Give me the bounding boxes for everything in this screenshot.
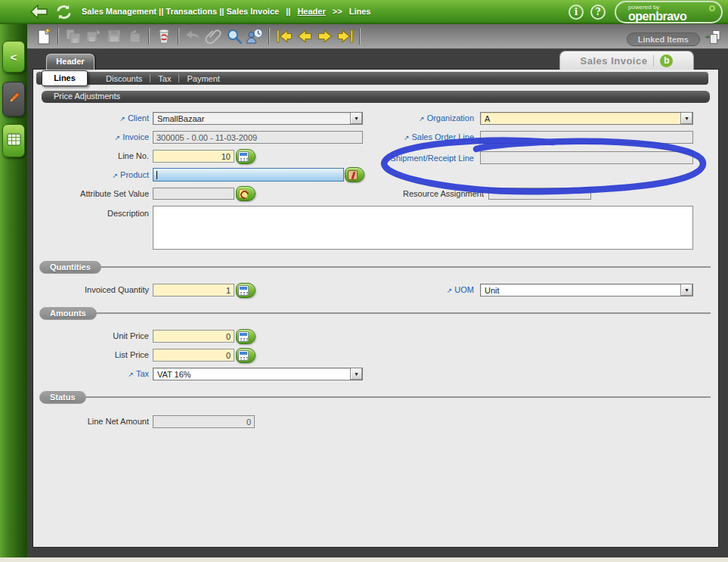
- list-price-label: List Price: [23, 350, 149, 359]
- tab-lines[interactable]: Lines: [42, 70, 88, 86]
- title-divider: [653, 55, 654, 67]
- linked-items-button[interactable]: Linked Items: [627, 33, 700, 46]
- invoice-label[interactable]: ↗Invoice: [23, 132, 149, 141]
- line-net-amount-field: 0: [153, 415, 255, 428]
- amounts-section-header: Amounts: [39, 307, 711, 321]
- previous-record-icon[interactable]: [294, 26, 314, 47]
- attachment-icon[interactable]: [203, 26, 224, 47]
- product-input[interactable]: [153, 168, 344, 182]
- toolbar-separator: [268, 28, 270, 45]
- breadcrumb: Sales Management || Transactions || Sale…: [82, 7, 375, 16]
- chevron-left-icon: <: [11, 51, 17, 64]
- calculator-icon: [238, 285, 249, 296]
- next-record-icon[interactable]: [314, 26, 335, 47]
- page-title: Sales Invoice: [581, 55, 648, 67]
- breadcrumb-path: Sales Management || Transactions || Sale…: [82, 7, 279, 16]
- toolbar: Linked Items: [27, 24, 728, 49]
- window-title-tab: Sales Invoice b: [559, 51, 694, 70]
- undo-icon[interactable]: [183, 26, 203, 47]
- audit-history-icon[interactable]: [244, 26, 265, 47]
- tab-payment[interactable]: Payment: [179, 74, 227, 83]
- save-and-new-button[interactable]: [63, 26, 83, 47]
- line-no-label: Line No.: [23, 151, 149, 160]
- invoiced-quantity-input[interactable]: 1: [153, 284, 234, 297]
- save-and-back-button[interactable]: [124, 26, 144, 47]
- link-arrow-icon: ↗: [115, 134, 121, 141]
- toolbar-separator: [178, 28, 179, 45]
- link-arrow-icon: ↗: [447, 287, 453, 294]
- grid-mode-button[interactable]: [2, 124, 25, 157]
- shipment-receipt-line-label[interactable]: ↗Shipment/Receipt Line: [318, 154, 474, 163]
- tax-label[interactable]: ↗Tax: [23, 369, 149, 378]
- info-icon[interactable]: i: [568, 5, 584, 20]
- sales-order-line-field: [480, 131, 693, 144]
- last-record-icon[interactable]: [335, 26, 355, 47]
- linked-items-icon[interactable]: [705, 29, 722, 48]
- attribute-search-button[interactable]: [236, 186, 256, 201]
- product-search-icon: [348, 170, 358, 180]
- chevron-down-icon[interactable]: [680, 113, 692, 124]
- calculator-button[interactable]: [236, 348, 256, 363]
- amounts-pill: Amounts: [39, 307, 97, 320]
- link-arrow-icon: ↗: [119, 115, 125, 123]
- unit-price-label: Unit Price: [23, 331, 149, 340]
- calculator-button[interactable]: [236, 329, 256, 344]
- header-tab[interactable]: Header: [46, 54, 94, 70]
- link-arrow-icon: ↗: [404, 134, 410, 141]
- description-textarea[interactable]: [153, 206, 693, 250]
- first-record-icon[interactable]: [274, 26, 294, 47]
- line-no-input[interactable]: 10: [153, 150, 234, 163]
- organization-value: A: [481, 114, 680, 123]
- attribute-set-value-field: [153, 188, 234, 200]
- search-icon[interactable]: [224, 26, 244, 47]
- top-navigation-bar: Sales Management || Transactions || Sale…: [0, 0, 728, 24]
- attribute-set-value-label: Attribute Set Value: [23, 189, 149, 198]
- sales-order-line-label[interactable]: ↗Sales Order Line: [318, 132, 474, 141]
- link-arrow-icon: ↗: [128, 371, 134, 378]
- tab-tax[interactable]: Tax: [150, 74, 178, 83]
- quantities-section-header: Quantities: [39, 261, 711, 275]
- organization-dropdown[interactable]: A: [480, 112, 693, 125]
- edit-mode-button[interactable]: [2, 82, 25, 116]
- uom-dropdown[interactable]: Unit: [480, 284, 693, 297]
- uom-label[interactable]: ↗UOM: [318, 285, 474, 294]
- save-and-next-button[interactable]: [83, 26, 104, 47]
- calculator-button[interactable]: [236, 149, 256, 164]
- organization-label[interactable]: ↗Organization: [318, 113, 474, 123]
- status-section-header: Status: [39, 391, 711, 405]
- subtab-bar: Discounts Tax Payment: [36, 72, 708, 85]
- openbravo-wordmark: openbravo: [628, 11, 714, 22]
- calculator-icon: [238, 350, 249, 361]
- help-icon[interactable]: ?: [590, 5, 606, 20]
- toolbar-separator: [148, 28, 150, 45]
- openbravo-app-window: Sales Management || Transactions || Sale…: [0, 0, 728, 562]
- collapse-panel-button[interactable]: <: [2, 41, 25, 73]
- product-label[interactable]: ↗Product: [23, 170, 149, 179]
- chevron-down-icon[interactable]: [350, 368, 362, 380]
- breadcrumb-current: Lines: [349, 7, 371, 16]
- save-button[interactable]: [104, 26, 124, 47]
- list-price-input[interactable]: 0: [153, 349, 234, 362]
- grid-icon: [7, 133, 21, 149]
- refresh-icon[interactable]: [55, 5, 73, 23]
- openbravo-badge-icon: b: [660, 54, 673, 67]
- resource-assignment-label: Resource Assignment: [327, 189, 484, 198]
- delete-button[interactable]: [153, 26, 174, 47]
- tab-discounts[interactable]: Discounts: [98, 74, 150, 83]
- back-icon[interactable]: [30, 4, 48, 23]
- tax-value: VAT 16%: [153, 370, 350, 379]
- breadcrumb-header-link[interactable]: Header: [297, 7, 325, 16]
- uom-value: Unit: [481, 286, 680, 295]
- tax-dropdown[interactable]: VAT 16%: [153, 368, 363, 380]
- product-search-button[interactable]: [345, 167, 364, 182]
- breadcrumb-arrow: >>: [333, 7, 342, 16]
- toolbar-separator: [359, 28, 361, 45]
- description-label: Description: [23, 209, 149, 218]
- calculator-icon: [238, 151, 249, 162]
- client-label[interactable]: ↗Client: [23, 113, 149, 123]
- page-bottom-strip: [0, 557, 728, 562]
- chevron-down-icon[interactable]: [680, 284, 692, 296]
- unit-price-input[interactable]: 0: [153, 330, 234, 343]
- calculator-button[interactable]: [236, 283, 256, 298]
- new-record-button[interactable]: [33, 26, 54, 47]
